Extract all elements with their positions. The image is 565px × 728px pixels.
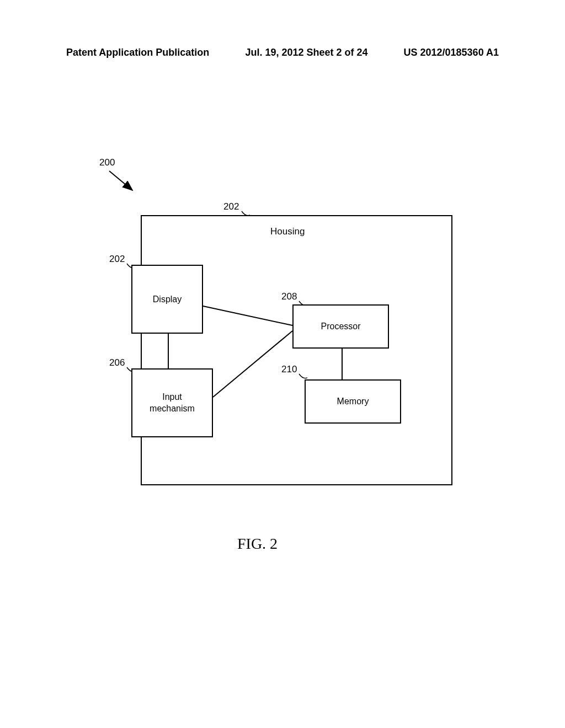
- ref-202-housing: 202: [223, 201, 239, 212]
- display-box: Display: [131, 265, 203, 334]
- ref-206: 206: [109, 357, 125, 368]
- memory-box: Memory: [305, 379, 401, 424]
- header-publication: Patent Application Publication: [66, 47, 209, 58]
- input-mechanism-box: Inputmechanism: [131, 368, 213, 437]
- diagram: 200 202 202 206 208 210 Housing Display …: [94, 160, 469, 502]
- ref-202-display: 202: [109, 254, 125, 265]
- processor-box: Processor: [292, 304, 389, 349]
- figure-label: FIG. 2: [237, 535, 278, 553]
- header-date-sheet: Jul. 19, 2012 Sheet 2 of 24: [245, 47, 367, 58]
- svg-line-1: [109, 171, 132, 190]
- housing-box: [141, 215, 452, 485]
- ref-200: 200: [99, 157, 115, 168]
- page-header: Patent Application Publication Jul. 19, …: [0, 47, 565, 58]
- header-pub-number: US 2012/0185360 A1: [404, 47, 499, 58]
- housing-label: Housing: [270, 226, 305, 237]
